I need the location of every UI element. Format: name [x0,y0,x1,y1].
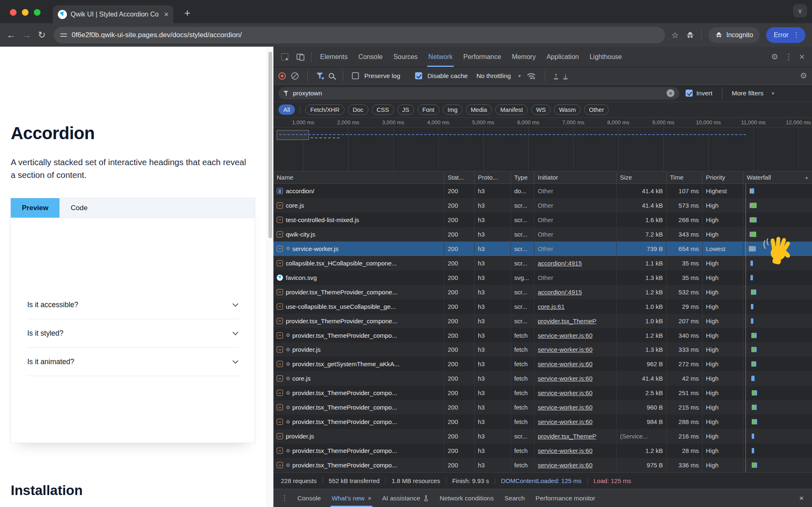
drawer-tab-search[interactable]: Search [499,489,530,507]
table-row[interactable]: ‹›⚙provider.tsx_ThemeProvider_compo...20… [273,400,812,415]
incognito-badge[interactable]: Incognito [708,27,760,43]
accordion-trigger[interactable]: Is it styled? [27,319,239,348]
table-row[interactable]: ‹›⚙provider.tsx_ThemeProvider_compo...20… [273,458,812,472]
request-name-cell[interactable]: ‹›use-collapsible.tsx_useCollapsible_ge.… [273,299,444,314]
request-name-cell[interactable]: ‹›⚙provider.tsx_ThemeProvider_compo... [273,400,444,415]
drawer-tab-console[interactable]: Console [292,489,326,507]
devtools-tab-memory[interactable]: Memory [506,47,541,67]
drawer-close-icon[interactable]: × [794,494,809,503]
devtools-tab-application[interactable]: Application [541,47,584,67]
preserve-log-checkbox[interactable] [352,72,359,79]
invert-checkbox[interactable] [686,90,693,97]
column-header-size[interactable]: Size [616,171,666,183]
type-filter-img[interactable]: Img [443,104,463,115]
error-button[interactable]: Error ⋮ [766,27,805,43]
overview-selection-box[interactable] [277,130,309,140]
table-row[interactable]: ‹›⚙provider.tsx_ThemeProvider_compo...20… [273,443,812,458]
waterfall-cell[interactable] [743,314,812,328]
accordion-trigger[interactable]: Is it animated? [27,348,239,376]
bookmark-star-icon[interactable]: ☆ [672,30,679,40]
table-row[interactable]: ‹›⚙provider.tsx_ThemeProvider_compo...20… [273,386,812,400]
type-filter-js[interactable]: JS [397,104,414,115]
drawer-tab-network-conditions[interactable]: Network conditions [434,489,499,507]
request-name-cell[interactable]: ‹›provider.tsx_ThemeProvider_compone... [273,285,444,299]
table-row[interactable]: ‹›provider.js200h3scr...provider.tsx_The… [273,429,812,443]
accordion-trigger[interactable]: Is it accessible? [27,291,239,319]
request-name-cell[interactable]: ‹›provider.tsx_ThemeProvider_compone... [273,314,444,328]
request-name-cell[interactable]: ‹›⚙core.js [273,371,444,386]
table-row[interactable]: ‹›core.js200h3scr...Other41.4 kB573 msHi… [273,198,812,213]
type-filter-font[interactable]: Font [418,104,439,115]
table-row[interactable]: ‹›⚙core.js200h3fetchservice-worker.js:60… [273,371,812,386]
network-settings-icon[interactable]: ⚙ [800,72,807,80]
request-name-cell[interactable]: favicon.svg [273,270,444,285]
initiator-link[interactable]: service-worker.js:60 [538,346,593,353]
request-name-cell[interactable]: ‹›⚙provider.tsx_ThemeProvider_compo... [273,415,444,429]
table-row[interactable]: ‹›⚙provider.tsx_getSystemTheme_aKkA...20… [273,357,812,371]
table-row[interactable]: ‹›provider.tsx_ThemeProvider_compone...2… [273,314,812,328]
disable-cache-checkbox[interactable] [415,72,422,79]
initiator-cell[interactable]: service-worker.js:60 [534,357,616,371]
table-row[interactable]: ‹›⚙provider.tsx_ThemeProvider_compo...20… [273,415,812,429]
scrollbar-thumb[interactable] [268,52,272,238]
incognito-avatar-icon[interactable] [686,31,695,40]
type-filter-other[interactable]: Other [584,104,609,115]
type-filter-media[interactable]: Media [466,104,492,115]
clear-filter-icon[interactable]: × [667,89,674,97]
network-conditions-icon[interactable]: ⚙ [526,72,536,80]
table-row[interactable]: ‹›qwik-city.js200h3scr...Other7.2 kB343 … [273,227,812,242]
network-filter-input[interactable]: proxytown × [278,87,679,100]
filter-value[interactable]: proxytown [293,90,662,97]
record-network-log-button[interactable] [278,72,286,80]
initiator-cell[interactable]: provider.tsx_ThemeP [534,314,616,328]
initiator-cell[interactable]: service-worker.js:60 [534,342,616,357]
request-name-cell[interactable]: ‹›core.js [273,198,444,213]
table-row[interactable]: ‹›⚙provider.js200h3fetchservice-worker.j… [273,342,812,357]
request-name-cell[interactable]: ‹›⚙service-worker.js [273,242,444,256]
table-row[interactable]: favicon.svg200h3svg...Other1.3 kB35 msHi… [273,270,812,285]
waterfall-cell[interactable] [743,415,812,429]
column-header-priority[interactable]: Priority [702,171,743,183]
initiator-link[interactable]: service-worker.js:60 [538,375,593,382]
preserve-log-label[interactable]: Preserve log [364,72,400,80]
table-row[interactable]: ‹›⚙service-worker.js200h3scr...Other739 … [273,242,812,256]
address-bar[interactable]: 0f6e2f0b.qwik-ui-site.pages.dev/docs/sty… [54,27,665,43]
tab-close-icon[interactable]: × [164,10,169,18]
initiator-cell[interactable]: service-worker.js:60 [534,458,616,472]
browser-tab[interactable]: Qwik UI | Styled Accordion Co × [53,5,173,23]
waterfall-cell[interactable] [743,400,812,415]
site-settings-icon[interactable] [60,32,67,38]
initiator-link[interactable]: service-worker.js:60 [538,404,593,411]
waterfall-cell[interactable] [743,328,812,343]
type-filter-css[interactable]: CSS [372,104,394,115]
table-row[interactable]: ‹›test-controlled-list-mixed.js200h3scr.… [273,213,812,227]
chevron-down-icon[interactable]: ▾ [518,73,521,79]
table-row[interactable]: ‹›collapsible.tsx_HCollapsible_compone..… [273,256,812,270]
column-header-name[interactable]: Name [273,171,444,183]
devtools-tab-lighthouse[interactable]: Lighthouse [584,47,627,67]
request-name-cell[interactable]: ‹›test-controlled-list-mixed.js [273,213,444,227]
back-button[interactable]: ← [7,30,16,40]
column-header-initiator[interactable]: Initiator [534,171,616,183]
initiator-link[interactable]: provider.tsx_ThemeP [538,433,596,440]
waterfall-cell[interactable] [743,184,812,198]
request-name-cell[interactable]: ‹›⚙provider.tsx_ThemeProvider_compo... [273,386,444,400]
new-tab-button[interactable]: + [184,7,190,19]
browser-menu-icon[interactable]: ⋮ [793,31,800,39]
waterfall-cell[interactable] [743,213,812,227]
initiator-link[interactable]: service-worker.js:60 [538,389,593,396]
waterfall-cell[interactable] [743,285,812,299]
initiator-cell[interactable]: core.js:61 [534,299,616,314]
page-scrollbar[interactable] [267,47,273,507]
reload-button[interactable]: ↻ [38,30,45,40]
type-filter-manifest[interactable]: Manifest [495,104,528,115]
forward-button[interactable]: → [22,30,31,40]
tab-search-chevron-button[interactable]: ∨ [793,4,807,17]
initiator-cell[interactable]: accordion/:4915 [534,285,616,299]
initiator-link[interactable]: service-worker.js:60 [538,332,593,339]
waterfall-cell[interactable] [743,443,812,458]
devtools-tab-elements[interactable]: Elements [315,47,353,67]
request-name-cell[interactable]: ‹›⚙provider.tsx_ThemeProvider_compo... [273,443,444,458]
devtools-tab-sources[interactable]: Sources [388,47,423,67]
waterfall-cell[interactable] [743,342,812,357]
